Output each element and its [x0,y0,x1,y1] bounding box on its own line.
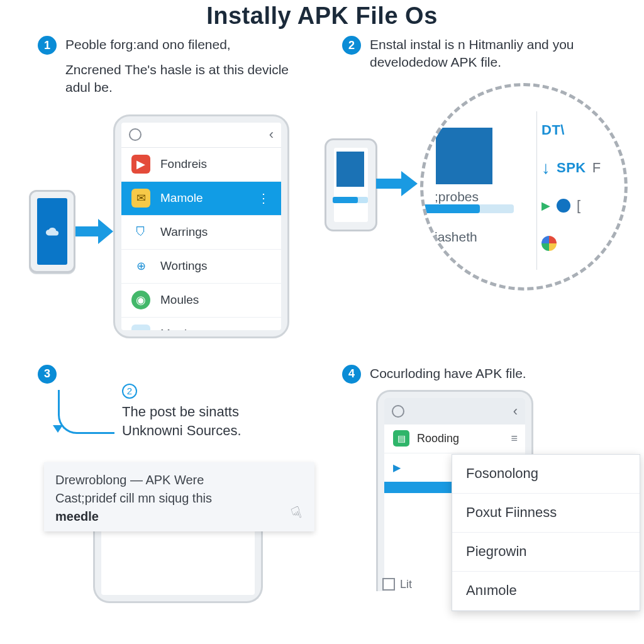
step-2-visual: ;probes iasheth DT\ ↓ SPK F [342,75,621,302]
footer-row: Lit [382,578,412,591]
loop-icon [392,405,404,418]
list-item-label: Wortings [160,259,208,273]
list-item[interactable]: ✉Mamole⋮ [121,182,281,216]
ltblu-app-icon: ◧ [131,325,150,330]
step-1-visual: ‹ ▶Fondreis✉Mamole⋮⛉Warrings⊕Wortings◉Mo… [38,108,317,335]
yel-app-icon: ✉ [131,189,150,208]
apk-file-icon [436,128,492,184]
google-g-icon [541,236,557,251]
cloud-icon [45,225,59,238]
zoom-label-b: iasheth [435,230,477,245]
list-item-label: Moules [160,293,199,307]
flow-arrow-icon [58,390,114,434]
context-menu: Fosonolong Poxut Fiinness Piegrowin Anım… [452,454,640,611]
list-item[interactable]: ⊕Wortings [121,250,281,284]
arrow-down-icon [53,425,63,433]
list-item-label: Metrios [160,327,199,330]
step-3: 3 2 The post be sinatts Unknowni Sources… [38,345,317,604]
step-2: 2 Enstal instal is n Hitmanliy and you d… [342,36,621,335]
step-1: 1 Peoble forg:and ono filened, Zncrened … [38,36,317,335]
square-icon [382,578,395,591]
download-arrow-icon: ↓ [541,158,550,178]
step-1-text-2: Zncrened The's hasle is at this devicle … [65,61,292,97]
menu-item[interactable]: Fosonolong [452,455,640,494]
menu-item[interactable]: Poxut Fiinness [452,494,640,533]
list-item[interactable]: ▶Fondreis [121,148,281,182]
mini-phone-icon [325,138,377,231]
bluC-app-icon: ⊕ [131,257,150,275]
blu-app-icon: ⛉ [131,223,150,242]
list-item[interactable]: ⛉Warrings [121,216,281,250]
play-triangle-icon: ▶ [393,462,401,474]
phone-bottom [93,528,263,603]
step-3-badge: 3 [38,365,57,384]
mini-phone-icon [29,190,75,273]
list-item[interactable]: ◧Metrios [121,318,281,330]
progress-bar [420,204,514,213]
dialog-strong: meedle [55,509,99,523]
phone-topbar: ‹ [121,123,281,148]
step-2-badge: 2 [342,36,361,55]
pointer-hand-icon: ☟ [288,501,306,526]
dialog-line-1: Drewroblong — APK Were [55,471,270,489]
step-2-text: Enstal instal is n Hitmanliy and you dev… [370,36,609,72]
app-dot-icon [557,199,570,213]
zoom-label-a: ;probes [435,189,479,204]
step-1-badge: 1 [38,36,57,55]
step-1-text-1: Peoble forg:and ono filened, [65,36,231,53]
step-3-text-2: Unknowni Sources. [122,421,317,441]
footer-label: Lit [400,578,412,591]
f-label: F [592,160,601,176]
list-item-label: Fondreis [160,157,207,171]
step-4: 4 Cocurloding have APK file. ‹ ▤ Rooding… [342,345,621,604]
list-item[interactable]: ◉Moules [121,284,281,318]
more-dots-icon[interactable]: ⋮ [257,191,271,206]
phone-mock: ‹ ▶Fondreis✉Mamole⋮⛉Warrings⊕Wortings◉Mo… [113,114,289,338]
dt-label: DT\ [541,122,565,138]
step-4-visual: ‹ ▤ Rooding ≡ ▶ Fosonolong Poxut Fiinnes… [342,390,621,591]
play-triangle-icon: ▶ [541,199,550,213]
chevron-left-icon: ‹ [269,126,274,143]
spk-label: SPK [557,160,586,176]
list-item[interactable]: ▤ Rooding ≡ [384,425,525,453]
doc-icon: ▤ [393,430,409,447]
extra-label: [ [577,197,580,214]
drag-handle-icon[interactable]: ≡ [511,432,516,445]
page-title: Instally APK File Os [0,0,644,30]
dialog-line-2: Cast;pridef cill mn siqug this [55,489,270,508]
step-4-badge: 4 [342,365,361,384]
list-item-label: Warrings [160,225,208,239]
menu-item[interactable]: Anımole [452,572,640,611]
phone-topbar: ‹ [384,398,525,425]
magnifier-callout: ;probes iasheth DT\ ↓ SPK F [420,83,628,291]
grnC-app-icon: ◉ [131,291,150,309]
step-3-text-1: The post be sinatts [122,402,317,422]
step-4-text: Cocurloding have APK file. [370,365,526,382]
dialog-card[interactable]: Drewroblong — APK Were Cast;pridef cill … [44,462,314,531]
step-3-sub-badge: 2 [122,384,137,399]
menu-item[interactable]: Piegrowin [452,533,640,572]
list-item-label: Rooding [417,432,459,445]
red-app-icon: ▶ [131,155,150,174]
chevron-left-icon: ‹ [513,403,518,419]
arrow-right-icon [75,219,114,244]
loop-icon [129,128,142,141]
list-item-label: Mamole [160,191,203,205]
arrow-right-icon [376,171,420,196]
